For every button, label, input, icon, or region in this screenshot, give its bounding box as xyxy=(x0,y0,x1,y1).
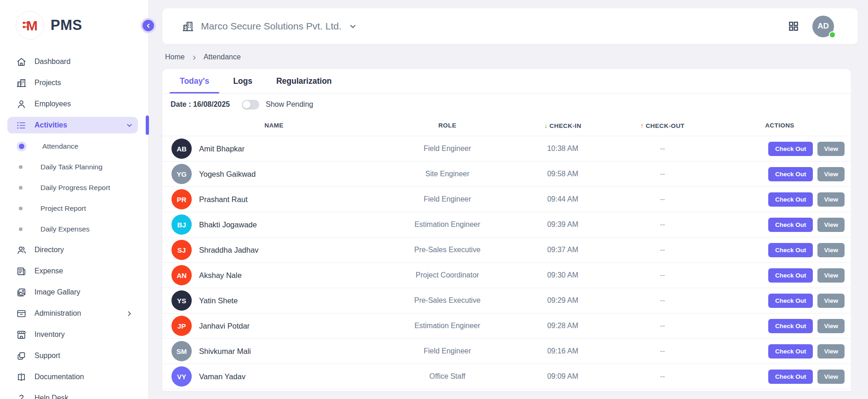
sidebar-subitem-daily-expenses[interactable]: Daily Expenses xyxy=(7,221,138,237)
show-pending-label: Show Pending xyxy=(266,100,313,109)
row-actions: Check OutView xyxy=(714,370,845,384)
sidebar-item-label: Documentation xyxy=(34,373,84,381)
row-actions: Check OutView xyxy=(714,167,845,181)
sidebar-item-activities[interactable]: Activities xyxy=(7,117,138,133)
sidebar-item-label: Administration xyxy=(34,309,81,318)
check-out-button[interactable]: Check Out xyxy=(768,218,813,232)
employee-name: Akshay Nale xyxy=(199,271,242,280)
employee-cell: YGYogesh Gaikwad xyxy=(168,164,380,184)
date-label: Date : 16/08/2025 xyxy=(171,100,230,109)
view-button[interactable]: View xyxy=(817,218,845,232)
check-out-button[interactable]: Check Out xyxy=(768,192,813,207)
view-button[interactable]: View xyxy=(817,142,845,156)
check-out-button[interactable]: Check Out xyxy=(768,243,813,257)
column-check-in[interactable]: ↓CHECK-IN xyxy=(514,122,611,129)
employee-name: Amit Bhapkar xyxy=(199,145,245,153)
sidebar-item-expense[interactable]: Expense xyxy=(7,263,138,279)
sidebar-item-label: Support xyxy=(34,352,60,360)
employee-name: Vaman Yadav xyxy=(199,372,246,381)
sidebar-subitem-daily-progress-report[interactable]: Daily Progress Report xyxy=(7,179,138,196)
sidebar-subitem-label: Project Report xyxy=(40,204,86,213)
breadcrumb-home[interactable]: Home xyxy=(165,53,185,61)
chevron-down-icon xyxy=(348,20,357,33)
sidebar-item-help-desk[interactable]: ?Help Desk xyxy=(7,390,138,399)
check-in-time: 09:39 AM xyxy=(514,220,611,229)
view-button[interactable]: View xyxy=(817,294,845,308)
view-button[interactable]: View xyxy=(817,167,845,181)
check-out-button[interactable]: Check Out xyxy=(768,167,813,181)
column-actions: ACTIONS xyxy=(714,122,845,129)
show-pending-toggle[interactable] xyxy=(242,100,259,110)
row-actions: Check OutView xyxy=(714,218,845,232)
view-button[interactable]: View xyxy=(817,243,845,257)
view-button[interactable]: View xyxy=(817,344,845,359)
bullet-dot-icon xyxy=(19,186,23,190)
tab-regularization[interactable]: Regularization xyxy=(264,69,344,93)
sidebar-item-image-gallary[interactable]: Image Gallary xyxy=(7,284,138,301)
employee-role: Field Engineer xyxy=(380,195,514,203)
company-selector[interactable]: Marco Secure Solutions Pvt. Ltd. xyxy=(182,20,357,33)
check-out-button[interactable]: Check Out xyxy=(768,294,813,308)
avatar: AB xyxy=(171,139,192,159)
sidebar-collapse-button[interactable] xyxy=(141,18,156,33)
check-out-button[interactable]: Check Out xyxy=(768,319,813,333)
tab-logs[interactable]: Logs xyxy=(221,69,264,93)
sidebar-item-administration[interactable]: Administration xyxy=(7,305,138,322)
row-actions: Check OutView xyxy=(714,294,845,308)
sidebar-subitem-label: Daily Task Planning xyxy=(40,163,103,171)
sidebar-item-dashboard[interactable]: Dashboard xyxy=(7,53,138,70)
view-button[interactable]: View xyxy=(817,370,845,384)
row-actions: Check OutView xyxy=(714,142,845,156)
sidebar-subitem-label: Daily Expenses xyxy=(40,225,90,233)
projects-icon xyxy=(16,77,27,88)
sidebar-item-employees[interactable]: Employees xyxy=(7,96,138,112)
view-button[interactable]: View xyxy=(817,268,845,283)
sidebar-subitem-label: Attendance xyxy=(42,142,78,150)
check-in-time: 09:37 AM xyxy=(514,246,611,254)
chevron-right-icon xyxy=(191,54,197,61)
tab-todays[interactable]: Today's xyxy=(168,69,221,93)
avatar: YS xyxy=(171,290,192,311)
check-out-button[interactable]: Check Out xyxy=(768,142,813,156)
column-check-out[interactable]: ↑CHECK-OUT xyxy=(611,122,714,129)
view-button[interactable]: View xyxy=(817,319,845,333)
inventory-icon xyxy=(16,329,27,340)
breadcrumb: Home Attendance xyxy=(165,53,858,61)
employee-name: Shivkumar Mali xyxy=(199,347,251,356)
check-out-time: -- xyxy=(611,170,714,178)
view-button[interactable]: View xyxy=(817,192,845,207)
sidebar-subitem-daily-task-planning[interactable]: Daily Task Planning xyxy=(7,159,138,175)
sidebar-item-label: Projects xyxy=(34,79,61,87)
sidebar-subitem-project-report[interactable]: Project Report xyxy=(7,200,138,217)
check-out-button[interactable]: Check Out xyxy=(768,344,813,359)
sidebar-subitem-attendance[interactable]: Attendance xyxy=(7,138,138,155)
check-out-time: -- xyxy=(611,220,714,229)
row-actions: Check OutView xyxy=(714,243,845,257)
sidebar-nav: DashboardProjectsEmployeesActivitiesAtte… xyxy=(0,50,148,399)
employee-name: Prashant Raut xyxy=(199,195,247,204)
support-icon xyxy=(16,350,27,361)
sidebar-item-support[interactable]: Support xyxy=(7,347,138,364)
check-out-button[interactable]: Check Out xyxy=(768,268,813,283)
table-row: SJShraddha JadhavPre-Sales Executive09:3… xyxy=(162,237,851,262)
apps-grid-button[interactable] xyxy=(788,20,799,32)
sidebar-item-directory[interactable]: Directory xyxy=(7,242,138,258)
sidebar-item-label: Image Gallary xyxy=(34,288,80,296)
sidebar-item-inventory[interactable]: Inventory xyxy=(7,326,138,343)
brand-logo-icon: M xyxy=(16,11,44,40)
sidebar-item-documentation[interactable]: Documentation xyxy=(7,369,138,385)
table-row: Check OutView xyxy=(162,389,851,391)
bullet-dot-icon xyxy=(19,207,23,210)
check-out-button[interactable]: Check Out xyxy=(768,370,813,384)
breadcrumb-current[interactable]: Attendance xyxy=(204,53,241,61)
sidebar-item-label: Help Desk xyxy=(34,394,69,399)
row-actions: Check OutView xyxy=(714,319,845,333)
user-menu[interactable]: AD xyxy=(812,16,834,37)
chevron-right-icon xyxy=(126,310,133,318)
sidebar-item-projects[interactable]: Projects xyxy=(7,75,138,91)
app-title: PMS xyxy=(51,17,82,34)
office-building-icon xyxy=(182,20,194,33)
online-status-dot xyxy=(829,31,836,38)
sort-up-arrow-icon: ↑ xyxy=(640,122,644,129)
table-row: ANAkshay NaleProject Coordinator09:30 AM… xyxy=(162,262,851,288)
